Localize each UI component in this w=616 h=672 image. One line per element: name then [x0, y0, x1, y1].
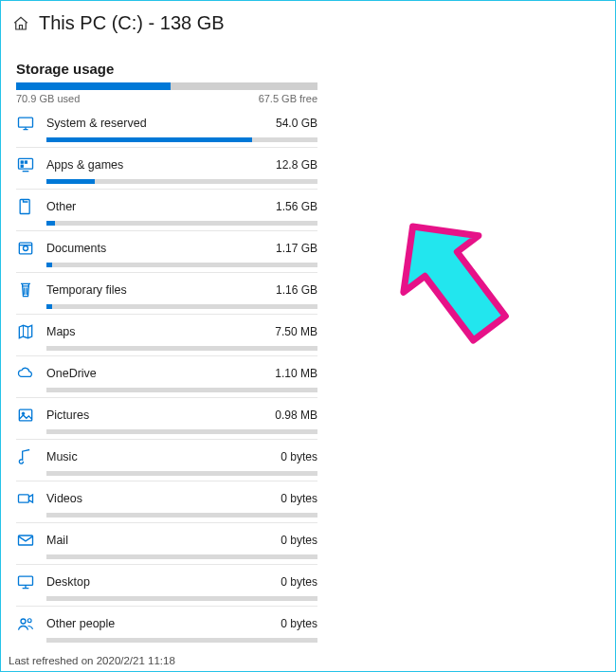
home-icon[interactable]	[12, 15, 29, 32]
category-size: 0 bytes	[281, 617, 317, 630]
category-bar	[46, 388, 317, 392]
category-row-temp[interactable]: Temporary files1.16 GB	[16, 272, 317, 314]
category-size: 1.17 GB	[276, 242, 317, 255]
category-bar-fill	[46, 179, 95, 184]
system-icon	[16, 114, 35, 133]
category-size: 1.16 GB	[276, 283, 317, 297]
category-row-people[interactable]: Other people0 bytes	[16, 606, 317, 647]
category-size: 12.8 GB	[276, 158, 317, 172]
category-label: Mail	[46, 534, 273, 547]
category-row-other[interactable]: Other1.56 GB	[16, 189, 317, 230]
category-bar	[46, 221, 317, 226]
footer: Last refreshed on 2020/2/21 11:18 Refres…	[1, 647, 615, 672]
category-size: 0 bytes	[281, 575, 317, 589]
storage-overall-labels: 70.9 GB used 67.5 GB free	[16, 93, 317, 104]
category-list: System & reserved54.0 GBApps & games12.8…	[16, 106, 317, 647]
storage-section-title: Storage usage	[16, 61, 317, 77]
people-icon	[16, 614, 35, 633]
category-label: Desktop	[46, 575, 273, 589]
category-bar	[46, 179, 317, 184]
category-size: 54.0 GB	[276, 117, 317, 130]
category-row-system[interactable]: System & reserved54.0 GB	[16, 106, 317, 147]
storage-overall-bar	[16, 82, 317, 90]
category-bar	[46, 346, 317, 351]
storage-overall-bar-fill	[16, 82, 171, 90]
documents-icon	[16, 239, 35, 258]
category-bar	[46, 429, 317, 434]
category-row-onedrive[interactable]: OneDrive1.10 MB	[16, 355, 317, 397]
apps-icon	[16, 155, 35, 174]
category-label: OneDrive	[46, 367, 267, 380]
category-bar-fill	[46, 304, 52, 309]
pictures-icon	[16, 406, 35, 425]
category-row-maps[interactable]: Maps7.50 MB	[16, 314, 317, 355]
page-header: This PC (C:) - 138 GB	[1, 1, 615, 38]
category-bar	[46, 471, 317, 476]
category-size: 1.56 GB	[276, 200, 317, 213]
category-size: 0 bytes	[281, 534, 317, 547]
category-size: 1.10 MB	[275, 367, 317, 380]
category-bar-fill	[46, 137, 252, 142]
category-bar	[46, 304, 317, 309]
annotation-arrow-icon	[385, 214, 527, 375]
onedrive-icon	[16, 364, 35, 383]
svg-marker-0	[398, 227, 516, 344]
maps-icon	[16, 322, 35, 341]
category-label: Maps	[46, 325, 267, 338]
storage-used-label: 70.9 GB used	[16, 93, 80, 104]
category-size: 0 bytes	[281, 450, 317, 463]
page-title: This PC (C:) - 138 GB	[39, 12, 225, 34]
category-bar	[46, 513, 317, 518]
temp-icon	[16, 281, 35, 300]
category-bar	[46, 638, 317, 643]
category-label: Pictures	[46, 409, 267, 422]
category-row-videos[interactable]: Videos0 bytes	[16, 481, 317, 522]
videos-icon	[16, 489, 35, 508]
category-bar	[46, 596, 317, 601]
last-refreshed-label: Last refreshed on 2020/2/21 11:18	[9, 655, 600, 666]
category-row-mail[interactable]: Mail0 bytes	[16, 522, 317, 564]
other-icon	[16, 197, 35, 216]
category-label: Documents	[46, 242, 268, 255]
category-bar	[46, 137, 317, 142]
category-label: System & reserved	[46, 117, 268, 130]
category-size: 0 bytes	[281, 492, 317, 505]
music-icon	[16, 447, 35, 466]
category-label: Temporary files	[46, 283, 268, 297]
storage-panel: Storage usage 70.9 GB used 67.5 GB free …	[1, 38, 333, 647]
category-label: Other people	[46, 617, 273, 630]
category-row-pictures[interactable]: Pictures0.98 MB	[16, 397, 317, 439]
category-row-desktop[interactable]: Desktop0 bytes	[16, 564, 317, 606]
storage-free-label: 67.5 GB free	[259, 93, 317, 104]
category-size: 0.98 MB	[275, 409, 317, 422]
category-label: Music	[46, 450, 273, 463]
desktop-icon	[16, 572, 35, 591]
category-row-documents[interactable]: Documents1.17 GB	[16, 230, 317, 272]
category-bar-fill	[46, 263, 52, 267]
category-bar	[46, 263, 317, 267]
category-row-apps[interactable]: Apps & games12.8 GB	[16, 147, 317, 189]
category-row-music[interactable]: Music0 bytes	[16, 439, 317, 481]
category-bar	[46, 554, 317, 559]
mail-icon	[16, 531, 35, 550]
category-label: Apps & games	[46, 158, 268, 172]
category-bar-fill	[46, 221, 55, 226]
category-label: Other	[46, 200, 268, 213]
category-label: Videos	[46, 492, 273, 505]
category-size: 7.50 MB	[275, 325, 317, 338]
